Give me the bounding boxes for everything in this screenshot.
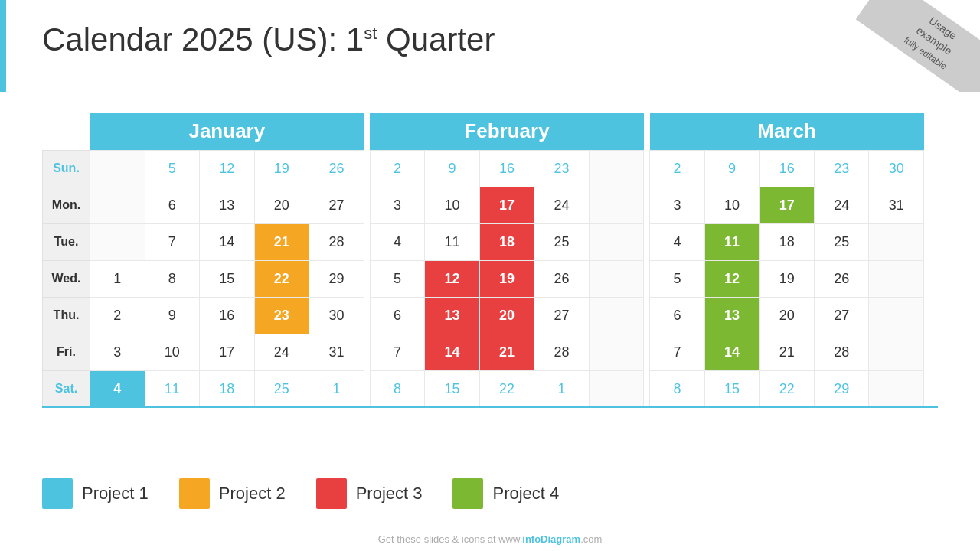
mar-fri-3: 21 <box>760 334 815 370</box>
mar-tue-2: 11 <box>704 223 760 260</box>
feb-wed-4: 26 <box>534 260 590 297</box>
feb-fri-5 <box>589 334 644 370</box>
mar-wed-4: 26 <box>814 260 869 297</box>
footer-brand: infoDiagram <box>522 533 580 545</box>
feb-fri-4: 28 <box>534 334 590 370</box>
mar-wed-5 <box>869 260 924 297</box>
feb-wed-3: 19 <box>479 260 534 297</box>
sunday-row: Sun. 5 12 19 26 2 9 16 23 2 9 16 23 <box>43 150 938 187</box>
mar-tue-5 <box>869 223 924 260</box>
jan-thu-1: 9 <box>145 297 200 334</box>
mar-sun-3: 16 <box>760 150 815 187</box>
legend-item-project2: Project 2 <box>179 478 286 509</box>
mar-tue-4: 25 <box>814 223 869 260</box>
page-title: Calendar 2025 (US): 1st Quarter <box>42 21 495 58</box>
friday-label: Fri. <box>43 334 90 370</box>
jan-sat-4: 1 <box>309 370 364 407</box>
feb-tue-3: 18 <box>479 223 534 260</box>
feb-tue-1: 4 <box>370 223 425 260</box>
feb-sat-1: 8 <box>370 370 425 407</box>
feb-mon-5 <box>589 187 644 223</box>
jan-wed-4: 29 <box>309 260 364 297</box>
feb-sun-5 <box>589 150 644 187</box>
thursday-row: Thu. 2 9 16 23 30 6 13 20 27 6 13 20 27 <box>43 297 938 334</box>
feb-sat-5 <box>589 370 644 407</box>
mar-mon-4: 24 <box>814 187 869 223</box>
mar-sat-3: 22 <box>760 370 815 407</box>
monday-label: Mon. <box>43 187 90 223</box>
legend-label-project4: Project 4 <box>492 484 559 504</box>
mar-mon-3: 17 <box>760 187 815 223</box>
feb-sat-4: 1 <box>534 370 590 407</box>
jan-mon-3: 20 <box>254 187 309 223</box>
friday-row: Fri. 3 10 17 24 31 7 14 21 28 7 14 21 28 <box>43 334 938 370</box>
jan-wed-0: 1 <box>90 260 145 297</box>
monday-row: Mon. 6 13 20 27 3 10 17 24 3 10 17 24 31 <box>43 187 938 223</box>
feb-thu-4: 27 <box>534 297 590 334</box>
feb-wed-1: 5 <box>370 260 425 297</box>
feb-sat-3: 22 <box>479 370 534 407</box>
feb-sun-3: 16 <box>479 150 534 187</box>
feb-thu-2: 13 <box>425 297 480 334</box>
mar-tue-1: 4 <box>650 223 705 260</box>
mar-sun-2: 9 <box>704 150 760 187</box>
title-suffix: Quarter <box>377 21 495 57</box>
footer: Get these slides & icons at www.infoDiag… <box>0 533 980 545</box>
mar-wed-2: 12 <box>704 260 760 297</box>
feb-mon-2: 10 <box>425 187 480 223</box>
calendar-table: January February March Sun. 5 12 19 26 2 <box>42 113 938 408</box>
mar-fri-5 <box>869 334 924 370</box>
jan-tue-1: 7 <box>145 223 200 260</box>
jan-sun-1: 5 <box>145 150 200 187</box>
mar-fri-1: 7 <box>650 334 705 370</box>
calendar-container: January February March Sun. 5 12 19 26 2 <box>42 113 938 408</box>
wednesday-row: Wed. 1 8 15 22 29 5 12 19 26 5 12 19 26 <box>43 260 938 297</box>
feb-tue-5 <box>589 223 644 260</box>
legend-box-project3 <box>316 478 347 509</box>
feb-fri-2: 14 <box>425 334 480 370</box>
jan-fri-1: 10 <box>145 334 200 370</box>
feb-mon-1: 3 <box>370 187 425 223</box>
jan-sun-4: 26 <box>309 150 364 187</box>
march-header: March <box>650 113 924 150</box>
jan-fri-2: 17 <box>200 334 255 370</box>
feb-tue-4: 25 <box>534 223 590 260</box>
feb-mon-3: 17 <box>479 187 534 223</box>
jan-tue-0 <box>90 223 145 260</box>
jan-thu-4: 30 <box>309 297 364 334</box>
feb-thu-1: 6 <box>370 297 425 334</box>
mar-fri-2: 14 <box>704 334 760 370</box>
jan-sat-3: 25 <box>254 370 309 407</box>
jan-fri-0: 3 <box>90 334 145 370</box>
legend: Project 1 Project 2 Project 3 Project 4 <box>42 478 559 509</box>
mar-sat-4: 29 <box>814 370 869 407</box>
ribbon-text: Usageexamplefully editable <box>856 0 980 92</box>
saturday-label: Sat. <box>43 370 90 407</box>
mar-sat-2: 15 <box>704 370 760 407</box>
jan-sun-2: 12 <box>200 150 255 187</box>
mar-sun-1: 2 <box>650 150 705 187</box>
jan-wed-3: 22 <box>254 260 309 297</box>
mar-thu-1: 6 <box>650 297 705 334</box>
mar-sun-5: 30 <box>869 150 924 187</box>
mar-fri-4: 28 <box>814 334 869 370</box>
mar-thu-2: 13 <box>704 297 760 334</box>
jan-mon-2: 13 <box>200 187 255 223</box>
january-header: January <box>90 113 364 150</box>
jan-mon-1: 6 <box>145 187 200 223</box>
legend-item-project4: Project 4 <box>452 478 559 509</box>
jan-sat-2: 18 <box>200 370 255 407</box>
legend-item-project1: Project 1 <box>42 478 149 509</box>
feb-sun-1: 2 <box>370 150 425 187</box>
title-sup: st <box>364 24 377 43</box>
mar-thu-3: 20 <box>760 297 815 334</box>
jan-fri-4: 31 <box>309 334 364 370</box>
mar-thu-5 <box>869 297 924 334</box>
calendar-bottom-line <box>42 406 938 408</box>
mar-wed-1: 5 <box>650 260 705 297</box>
month-header-row: January February March <box>43 113 938 150</box>
feb-sat-2: 15 <box>425 370 480 407</box>
legend-box-project4 <box>452 478 483 509</box>
jan-thu-3: 23 <box>254 297 309 334</box>
mar-sat-1: 8 <box>650 370 705 407</box>
